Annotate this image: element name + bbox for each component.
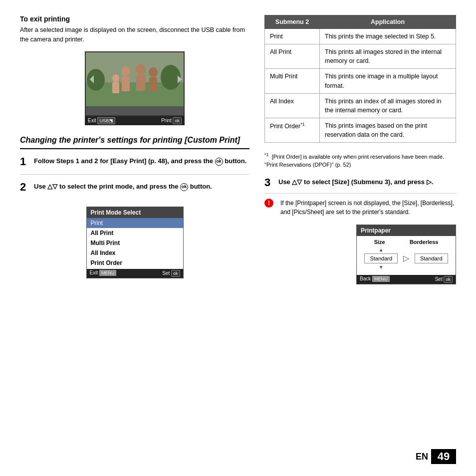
warning-icon: ! [264, 199, 273, 208]
step-1-text: Follow Steps 1 and 2 for [Easy Print] (p… [34, 156, 246, 166]
submenu-print-order: Print Order*1 [265, 118, 320, 142]
size-label: Size [374, 239, 385, 245]
pp-set-label: Set ok [435, 276, 453, 283]
app-all-print: This prints all images stored in the int… [320, 44, 456, 69]
page-number: 49 [431, 449, 456, 464]
size-down-arrow: ▼ [379, 264, 384, 270]
pms-ok-badge: ok [171, 270, 180, 277]
step-3-number: 3 [264, 177, 274, 188]
camera-screen-image: Exit USB⬔ Print ok [85, 51, 185, 125]
pms-item-all-print[interactable]: All Print [87, 228, 183, 238]
table-col2-header: Application [320, 15, 456, 29]
borderless-control: . Standard . [415, 247, 448, 270]
step-2: 2 Use △▽ to select the print mode, and p… [20, 182, 249, 200]
pp-ok-badge: ok [444, 276, 453, 283]
table-row: All Index This prints an index of all im… [265, 93, 456, 118]
custom-print-title: Changing the printer's settings for prin… [20, 135, 249, 150]
step3-triangle-right: ▷ [427, 178, 432, 186]
pp-labels: Size Borderless [362, 239, 451, 245]
size-control: ▲ Standard ▼ [364, 247, 398, 270]
pp-body: Size Borderless ▲ Standard ▼ ▷ . [357, 236, 456, 273]
exit-printing-title: To exit printing [20, 15, 249, 23]
table-row: All Print This prints all images stored … [265, 44, 456, 69]
warning-text: If the [Printpaper] screen is not displa… [280, 199, 456, 217]
step3-triangle-up: △ [292, 178, 297, 186]
submenu-multi-print: Multi Print [265, 69, 320, 93]
table-row: Multi Print This prints one image in a m… [265, 69, 456, 93]
step-2-text: Use △▽ to select the print mode, and pre… [34, 182, 212, 192]
print-label: Print ok [161, 117, 182, 124]
svg-point-8 [112, 74, 119, 82]
footnote: *1 [Print Order] is available only when … [264, 152, 456, 169]
step-1-number: 1 [20, 156, 30, 167]
menu-badge: MENU [99, 270, 117, 276]
size-up-arrow: ▲ [379, 247, 384, 252]
table-col1-header: Submenu 2 [265, 15, 320, 29]
step-3-text: Use △▽ to select [Size] (Submenu 3), and… [278, 177, 433, 187]
table-row: Print This prints the image selected in … [265, 29, 456, 44]
step3-triangle-down: ▽ [297, 178, 302, 186]
app-multi-print: This prints one image in a multiple layo… [320, 69, 456, 93]
left-column: To exit printing After a selected image … [20, 15, 249, 456]
step-1: 1 Follow Steps 1 and 2 for [Easy Print] … [20, 156, 249, 175]
pp-menu-badge: MENU [372, 276, 390, 282]
svg-rect-7 [136, 75, 145, 91]
step-3-area: 3 Use △▽ to select [Size] (Submenu 3), a… [264, 177, 456, 284]
exit-printing-desc: After a selected image is displayed on t… [20, 25, 249, 44]
pms-item-all-index[interactable]: All Index [87, 248, 183, 258]
submenu-print: Print [265, 29, 320, 44]
exit-label: Exit USB⬔ [88, 117, 115, 124]
en-label: EN [416, 452, 428, 462]
svg-point-4 [121, 66, 130, 76]
pms-header: Print Mode Select [87, 207, 183, 218]
right-column: Submenu 2 Application Print This prints … [264, 15, 456, 456]
pp-header: Printpaper [357, 225, 456, 236]
ok-circle-2: ok [180, 183, 188, 191]
svg-point-2 [87, 69, 105, 91]
svg-rect-11 [149, 77, 157, 91]
pms-set-label: Set ok [162, 270, 180, 277]
pms-item-print-order[interactable]: Print Order [87, 258, 183, 268]
pp-divider: ▷ [403, 253, 409, 263]
table-row: Print Order*1 This prints images based o… [265, 118, 456, 142]
triangle-down-icon: ▽ [52, 183, 57, 190]
svg-rect-5 [122, 76, 130, 91]
pp-controls: ▲ Standard ▼ ▷ . Standard . [362, 247, 451, 270]
submenu-all-print: All Print [265, 44, 320, 69]
page-number-area: EN 49 [416, 449, 456, 464]
pms-footer: Exit MENU Set ok [87, 269, 183, 278]
pms-item-print[interactable]: Print [87, 218, 183, 228]
borderless-value: Standard [415, 253, 448, 263]
step-2-number: 2 [20, 182, 30, 193]
camera-footer: Exit USB⬔ Print ok [85, 116, 185, 125]
svg-point-6 [136, 64, 146, 75]
submenu-all-index: All Index [265, 93, 320, 118]
triangle-up-icon: △ [47, 183, 52, 190]
ok-icon: ok [173, 117, 182, 124]
svg-point-10 [149, 67, 158, 77]
app-print: This prints the image selected in Step 5… [320, 29, 456, 44]
borderless-label: Borderless [410, 239, 438, 245]
step-3: 3 Use △▽ to select [Size] (Submenu 3), a… [264, 177, 456, 194]
pp-footer: Back MENU Set ok [357, 275, 456, 284]
pms-exit-label: Exit MENU [90, 270, 117, 277]
camera-photo [85, 51, 185, 116]
ok-circle-1: ok [215, 158, 223, 166]
pp-back-label: Back MENU [360, 276, 390, 283]
app-all-index: This prints an index of all images store… [320, 93, 456, 118]
print-mode-screen: Print Mode Select Print All Print Multi … [86, 207, 184, 278]
submenu-table: Submenu 2 Application Print This prints … [264, 15, 456, 143]
pms-item-multi-print[interactable]: Multi Print [87, 238, 183, 248]
svg-rect-9 [112, 82, 119, 93]
warning-area: ! If the [Printpaper] screen is not disp… [264, 199, 456, 217]
size-value[interactable]: Standard [364, 253, 398, 263]
app-print-order: This prints images based on the print re… [320, 118, 456, 142]
usb-icon: USB⬔ [97, 117, 115, 124]
printpaper-screen: Printpaper Size Borderless ▲ Standard ▼ [356, 225, 456, 284]
